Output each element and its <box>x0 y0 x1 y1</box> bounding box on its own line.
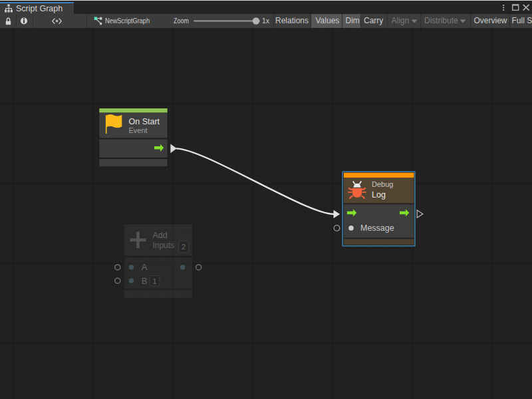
svg-text:Message: Message <box>360 223 394 233</box>
svg-text:Log: Log <box>372 190 386 200</box>
svg-text:1: 1 <box>152 277 156 285</box>
svg-text:B: B <box>142 276 148 286</box>
svg-text:Inputs: Inputs <box>152 241 174 250</box>
svg-text:2: 2 <box>182 243 186 251</box>
svg-text:A: A <box>142 262 148 272</box>
svg-text:Add: Add <box>152 231 167 240</box>
svg-text:On Start: On Start <box>129 117 160 126</box>
svg-text:Debug: Debug <box>372 180 393 188</box>
svg-text:Event: Event <box>129 126 148 134</box>
